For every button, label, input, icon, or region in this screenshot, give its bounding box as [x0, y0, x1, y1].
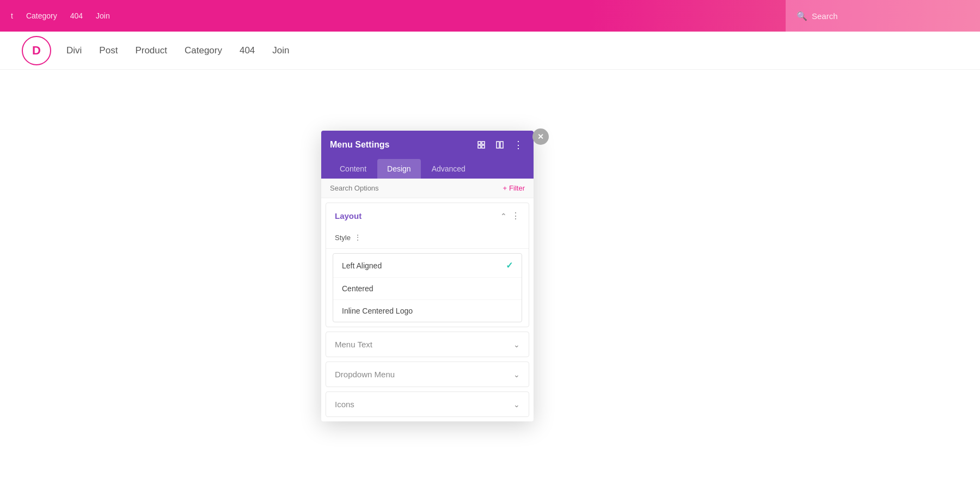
style-row: Style ⋮: [326, 229, 529, 249]
panel-header-icons: ⋮: [475, 138, 525, 151]
layout-section: Layout ⌃ ⋮ Style ⋮ Left Aligned ✓: [326, 203, 529, 327]
top-bar: t Category 404 Join 🔍: [0, 0, 980, 32]
topbar-nav-t[interactable]: t: [11, 11, 13, 20]
layout-section-title: Layout: [335, 211, 362, 220]
panel-scroll[interactable]: Layout ⌃ ⋮ Style ⋮ Left Aligned ✓: [321, 198, 534, 421]
search-icon: 🔍: [797, 11, 807, 21]
expand-icon: [477, 140, 486, 149]
icons-chevron-icon: ⌄: [513, 400, 520, 409]
check-icon: ✓: [506, 260, 513, 271]
panel-title: Menu Settings: [330, 140, 389, 150]
menu-text-chevron-icon: ⌄: [513, 340, 520, 349]
nav-404[interactable]: 404: [240, 45, 255, 56]
nav-product[interactable]: Product: [135, 45, 167, 56]
style-dropdown: Left Aligned ✓ Centered Inline Centered …: [333, 253, 522, 322]
menu-text-title: Menu Text: [335, 340, 372, 349]
logo: D: [22, 36, 51, 65]
nav-divi[interactable]: Divi: [66, 45, 82, 56]
layout-options-button[interactable]: ⋮: [511, 211, 520, 221]
panel-header: Menu Settings ⋮: [321, 131, 534, 159]
dots-icon: ⋮: [513, 139, 524, 151]
panel-tabs: Content Design Advanced: [321, 159, 534, 179]
topbar-nav-category[interactable]: Category: [26, 11, 57, 20]
top-search-input[interactable]: [812, 11, 969, 21]
topbar-nav-404[interactable]: 404: [70, 11, 83, 20]
settings-panel: Menu Settings ⋮: [321, 131, 534, 421]
filter-button[interactable]: + Filter: [503, 184, 525, 192]
filter-label: Filter: [509, 184, 525, 192]
dropdown-menu-section[interactable]: Dropdown Menu ⌄: [326, 362, 529, 387]
svg-rect-0: [478, 142, 481, 144]
page-content: Menu Settings ⋮: [0, 70, 980, 490]
svg-rect-2: [478, 145, 481, 148]
tab-content[interactable]: Content: [330, 159, 376, 179]
menu-text-section[interactable]: Menu Text ⌄: [326, 332, 529, 357]
main-nav-links: Divi Post Product Category 404 Join: [66, 45, 290, 56]
option-inline-centered-logo[interactable]: Inline Centered Logo: [333, 300, 522, 322]
topbar-nav-join[interactable]: Join: [96, 11, 110, 20]
filter-plus-icon: +: [503, 184, 507, 192]
nav-join[interactable]: Join: [272, 45, 289, 56]
layout-collapse-button[interactable]: ⌃: [500, 212, 507, 220]
option-left-aligned-label: Left Aligned: [342, 261, 382, 270]
dropdown-menu-chevron-icon: ⌄: [513, 370, 520, 379]
search-options-input[interactable]: [330, 184, 499, 192]
option-centered[interactable]: Centered: [333, 278, 522, 300]
style-options-button[interactable]: ⋮: [354, 233, 362, 242]
tab-advanced[interactable]: Advanced: [422, 159, 475, 179]
option-left-aligned[interactable]: Left Aligned ✓: [333, 254, 522, 278]
nav-category[interactable]: Category: [185, 45, 222, 56]
main-nav: D Divi Post Product Category 404 Join: [0, 32, 980, 70]
expand-icon-button[interactable]: [475, 138, 488, 151]
search-options-bar: + Filter: [321, 179, 534, 198]
close-icon: ✕: [537, 132, 544, 141]
top-bar-nav: t Category 404 Join: [11, 11, 110, 20]
columns-icon: [495, 140, 504, 149]
layout-section-actions: ⌃ ⋮: [500, 211, 520, 221]
svg-rect-3: [482, 145, 485, 148]
top-bar-search-area: 🔍: [786, 0, 980, 32]
svg-rect-4: [497, 142, 499, 148]
icons-title: Icons: [335, 400, 354, 409]
icons-section[interactable]: Icons ⌄: [326, 391, 529, 417]
nav-post[interactable]: Post: [99, 45, 118, 56]
svg-rect-1: [482, 142, 485, 144]
columns-icon-button[interactable]: [493, 138, 506, 151]
option-inline-centered-logo-label: Inline Centered Logo: [342, 307, 413, 315]
option-centered-label: Centered: [342, 284, 373, 293]
style-label: Style: [335, 234, 351, 242]
layout-section-header: Layout ⌃ ⋮: [326, 203, 529, 229]
tab-design[interactable]: Design: [377, 159, 421, 179]
close-panel-button[interactable]: ✕: [532, 128, 549, 145]
svg-rect-5: [500, 142, 503, 148]
more-options-button[interactable]: ⋮: [512, 138, 525, 151]
dropdown-menu-title: Dropdown Menu: [335, 370, 395, 379]
